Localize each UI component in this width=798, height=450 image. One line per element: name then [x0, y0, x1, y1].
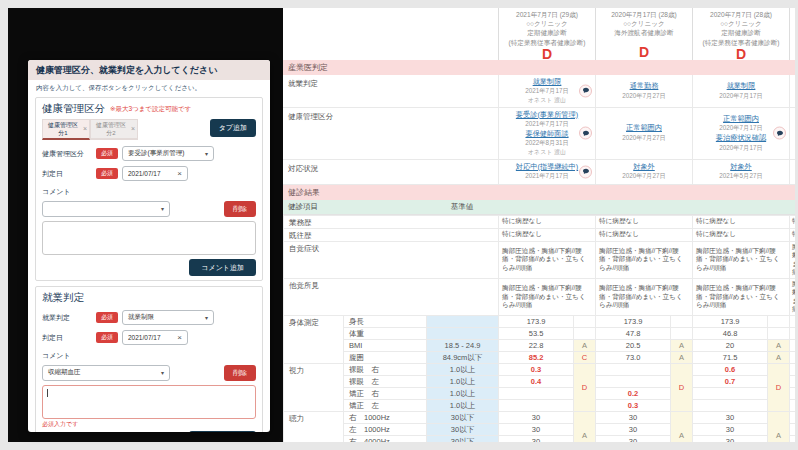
- kanri-select[interactable]: 要受診(事業所管理) ▾: [122, 146, 214, 161]
- judgment-link[interactable]: 正常範囲内: [723, 114, 759, 124]
- kanri-field-label: 健康管理区分: [42, 149, 92, 159]
- comment-bubble-icon[interactable]: [773, 127, 786, 140]
- judgment-link[interactable]: 就業制限: [533, 77, 562, 87]
- judgment-cell: 正常範囲内2020年7月17日要治療状況確認2020年7月17日: [692, 108, 789, 159]
- value-cell: 胸部圧迫感・胸痛//下痢//腰痛・背部痛//めまい・立ちくらみ//頭痛: [693, 278, 790, 315]
- tab-kanri-1[interactable]: 健康管理区分1 ×: [42, 119, 90, 140]
- kanri-comment-select[interactable]: ▾: [42, 201, 170, 217]
- value-cell: 73.0: [596, 352, 671, 364]
- value-cell: 20: [693, 340, 768, 352]
- value-cell: 胸部圧迫感・胸痛//下痢//腰痛・背部痛//めまい・立ちくらみ//頭痛: [499, 241, 596, 278]
- overall-grade: D: [693, 47, 789, 60]
- judgment-link[interactable]: 要治療状況確認: [716, 133, 766, 143]
- add-tab-button[interactable]: タブ追加: [210, 119, 256, 137]
- comment-bubble-icon[interactable]: [579, 165, 592, 178]
- shugyo-date-input[interactable]: 2021/07/17 ×: [122, 330, 188, 345]
- results-table: 業務歴特に病歴なし特に病歴なし特に病歴なし特に病歴なし既往歴特に病歴なし特に病歴…: [283, 215, 795, 442]
- judgment-link[interactable]: 対応中(指導継続中): [516, 162, 578, 172]
- comment-bubble-icon[interactable]: [579, 127, 592, 140]
- kanri-comment-textarea[interactable]: [42, 221, 256, 255]
- value-cell-clipped: [790, 376, 795, 388]
- delete-comment-button[interactable]: 削除: [224, 365, 256, 381]
- value-cell: 胸部圧迫感・胸痛//下痢//腰痛・背部痛//めまい・立ちくらみ//頭痛: [499, 278, 596, 315]
- judgment-date: 2021年5月27日: [719, 172, 762, 181]
- add-comment-button[interactable]: コメント追加: [189, 259, 256, 276]
- judgment-cell: 対象外2021年5月27日: [692, 160, 789, 184]
- value-cell: 30: [693, 436, 768, 442]
- kanri-section: 健康管理区分 ※最大3つまで設定可能です 健康管理区分1 × 健康管理区分2 ×…: [35, 97, 263, 281]
- value-cell-clipped: [790, 328, 795, 340]
- judgment-cell: 通常勤務2020年7月27日: [595, 75, 692, 107]
- value-cell: 特に病歴なし: [596, 215, 693, 228]
- grade-cell: D: [671, 364, 693, 412]
- category-cell: 業務歴: [284, 215, 499, 228]
- judgment-date: 2022年8月31日: [525, 139, 568, 148]
- shugyo-select[interactable]: 就業制限 ▾: [122, 310, 214, 325]
- date-field-label: 判定日: [42, 333, 92, 343]
- row-label: 健康管理区分: [283, 108, 498, 159]
- judgment-cell: 要受診(事業所管理)2021年7月17日要保健師面談2022年8月31日オネスト…: [498, 108, 595, 159]
- value-cell: 47.8: [596, 328, 671, 340]
- item-cell: 腹囲: [344, 352, 427, 364]
- delete-comment-button[interactable]: 削除: [224, 201, 256, 217]
- clinic-name: ○○クリニック: [693, 19, 789, 28]
- clear-date-icon[interactable]: ×: [177, 333, 182, 342]
- value-cell: 173.9: [499, 316, 574, 328]
- category-cell: 自覚症状: [284, 241, 499, 278]
- grade-cell: [768, 316, 790, 328]
- kanri-date-input[interactable]: 2021/07/17 ×: [122, 166, 188, 181]
- grade-cell: A: [768, 340, 790, 352]
- clear-date-icon[interactable]: ×: [177, 169, 182, 178]
- grade-cell: A: [671, 352, 693, 364]
- kanri-section-title: 健康管理区分: [42, 102, 105, 116]
- grade-cell: [574, 316, 596, 328]
- judgment-cell-clipped: [789, 75, 795, 107]
- judgment-link[interactable]: 要受診(事業所管理): [516, 110, 578, 120]
- exam-column-header-clipped: [789, 8, 795, 60]
- value-cell: 30: [596, 424, 671, 436]
- exam-date: 2020年7月7日 (28歳): [693, 10, 789, 19]
- grade-cell: [768, 328, 790, 340]
- grade-cell: [671, 316, 693, 328]
- value-cell-clipped: [790, 352, 795, 364]
- value-cell: 0.7: [693, 376, 768, 388]
- judge-name: オネスト 渡山: [528, 96, 566, 104]
- judgment-link[interactable]: 通常勤務: [630, 81, 659, 91]
- category-cell: 他覚所見: [284, 278, 499, 315]
- add-comment-button[interactable]: コメント追加: [189, 431, 256, 432]
- judgment-link[interactable]: 正常範囲内: [626, 123, 662, 133]
- value-cell: 46.8: [693, 328, 768, 340]
- grade-cell: C: [574, 352, 596, 364]
- comment-bubble-icon[interactable]: [579, 84, 592, 97]
- standard-cell: 1.0以上: [427, 376, 499, 388]
- judgment-link[interactable]: 要保健師面談: [525, 129, 568, 139]
- judgment-link[interactable]: 対象外: [730, 162, 752, 172]
- value-cell-clipped: 特に病歴なし: [790, 228, 795, 241]
- shugyo-comment-textarea[interactable]: [42, 385, 256, 419]
- chevron-down-icon: ▾: [205, 150, 208, 157]
- date-field-label: 判定日: [42, 169, 92, 179]
- tab-close-icon[interactable]: ×: [131, 125, 135, 134]
- item-cell: 矯正 右: [344, 388, 427, 400]
- tab-kanri-2[interactable]: 健康管理区分2 ×: [90, 119, 138, 140]
- value-cell-clipped: 胸部圧迫感・胸痛//下痢//腰痛・背部痛//めまい・立ちくらみ//頭痛: [790, 278, 795, 315]
- overall-grade: D: [499, 47, 595, 60]
- value-cell: 特に病歴なし: [596, 228, 693, 241]
- shugyo-comment-select[interactable]: 収縮期血圧 ▾: [42, 365, 170, 381]
- tab-close-icon[interactable]: ×: [83, 125, 87, 134]
- judgment-link[interactable]: 対象外: [633, 162, 655, 172]
- kanri-tabs: 健康管理区分1 × 健康管理区分2 × タブ追加: [42, 119, 256, 141]
- standard-cell: 18.5 - 24.9: [427, 340, 499, 352]
- standard-cell: 30以下: [427, 436, 499, 442]
- value-cell: 85.2: [499, 352, 574, 364]
- item-cell: 矯正 左: [344, 400, 427, 412]
- shugyo-section: 就業判定 就業判定 必須 就業制限 ▾ 判定日 必須 2021/07/17 × …: [35, 286, 263, 432]
- text-cursor: [47, 389, 48, 397]
- results-header-std: 基準値: [426, 202, 498, 212]
- judgment-link[interactable]: 就業制限: [727, 81, 756, 91]
- value-cell: 22.8: [499, 340, 574, 352]
- judgment-date: 2020年7月17日: [719, 124, 762, 133]
- tab-label: 健康管理区分1: [45, 122, 81, 137]
- value-cell: 173.9: [596, 316, 671, 328]
- standard-cell: 84.9cm以下: [427, 352, 499, 364]
